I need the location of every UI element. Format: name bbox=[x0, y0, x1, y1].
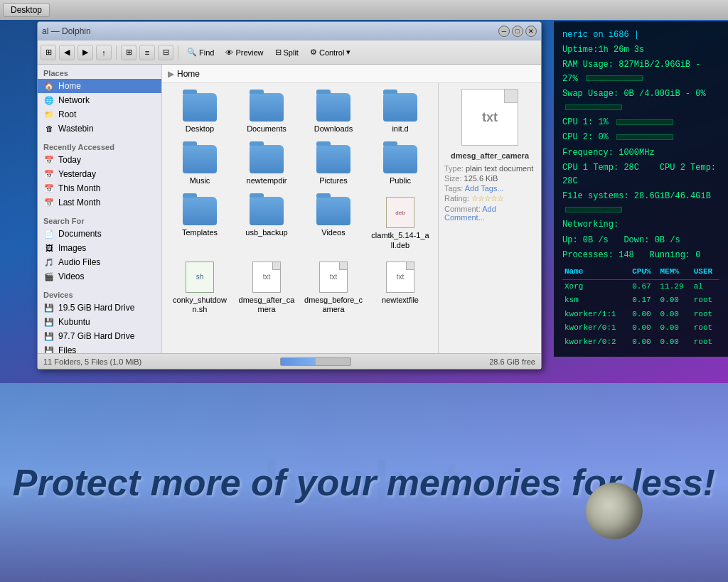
process-user: al bbox=[692, 279, 719, 293]
conky-uptime: Uptime:1h 26m 3s bbox=[562, 43, 719, 57]
hd1-icon: 💾 bbox=[43, 302, 55, 313]
sidebar-item-kubuntu[interactable]: 💾 Kubuntu bbox=[38, 315, 161, 329]
dolphin-window: al — Dolphin ─ □ ✕ ⊞ ◀ ▶ ↑ ⊞ ≡ ⊟ 🔍 Find … bbox=[37, 21, 542, 370]
search-section: Search For 📄 Documents 🖼 Images 🎵 Audio … bbox=[38, 212, 161, 286]
minimize-button[interactable]: ─ bbox=[498, 26, 510, 37]
files-icon: 💾 bbox=[43, 345, 55, 353]
this-month-icon: 📅 bbox=[43, 183, 55, 194]
sidebar-label-this-month: This Month bbox=[58, 183, 100, 193]
file-item-public[interactable]: Public bbox=[368, 141, 432, 190]
statusbar-free: 28.6 GiB free bbox=[489, 357, 535, 366]
file-label-public: Public bbox=[390, 176, 411, 185]
file-item-newtempdir[interactable]: newtempdir bbox=[235, 141, 299, 190]
process-cpu: 0.00 bbox=[630, 321, 658, 335]
col-mem: MEM% bbox=[658, 265, 691, 279]
file-item-videos[interactable]: Videos bbox=[301, 193, 365, 254]
sidebar: Places 🏠 Home 🌐 Network 📁 Root 🗑 Wastebi… bbox=[38, 65, 162, 353]
file-item-conky-shutdown[interactable]: sh conky_shutdown.sh bbox=[168, 257, 232, 318]
process-row: ksm 0.17 0.00 root bbox=[562, 293, 719, 308]
audio-icon: 🎵 bbox=[43, 257, 55, 268]
sidebar-item-documents[interactable]: 📄 Documents bbox=[38, 227, 161, 241]
file-label-desktop: Desktop bbox=[186, 124, 214, 134]
file-item-usb-backup[interactable]: usb_backup bbox=[235, 193, 299, 254]
file-label-music: Music bbox=[190, 176, 210, 185]
split-button[interactable]: ⊟ Split bbox=[271, 46, 303, 58]
preview-type: Type: plain text document bbox=[444, 164, 535, 173]
sidebar-item-today[interactable]: 📅 Today bbox=[38, 153, 161, 167]
documents-icon: 📄 bbox=[43, 228, 55, 239]
sidebar-item-hd2[interactable]: 💾 97.7 GiB Hard Drive bbox=[38, 329, 161, 343]
file-label-conky-shutdown: conky_shutdown.sh bbox=[171, 296, 229, 314]
file-item-desktop[interactable]: Desktop bbox=[168, 89, 232, 138]
main-area: ▶ Home Desktop Documents Dow bbox=[162, 65, 541, 353]
conky-cpu1: CPU 1: 1% bbox=[562, 116, 719, 129]
file-item-music[interactable]: Music bbox=[168, 141, 232, 190]
sidebar-item-wastebin[interactable]: 🗑 Wastebin bbox=[38, 122, 161, 136]
file-item-documents[interactable]: Documents bbox=[235, 89, 299, 138]
forward-button[interactable]: ▶ bbox=[77, 45, 93, 60]
up-button[interactable]: ↑ bbox=[96, 45, 112, 60]
sidebar-item-network[interactable]: 🌐 Network bbox=[38, 93, 161, 107]
toolbar: ⊞ ◀ ▶ ↑ ⊞ ≡ ⊟ 🔍 Find 👁 Preview ⊟ Split ⚙… bbox=[38, 41, 541, 65]
process-cpu: 0.17 bbox=[630, 293, 658, 308]
nav-icon-folder[interactable]: ⊞ bbox=[41, 45, 56, 60]
file-label-downloads: Downloads bbox=[314, 124, 353, 134]
process-mem: 0.00 bbox=[658, 321, 691, 335]
sidebar-item-yesterday[interactable]: 📅 Yesterday bbox=[38, 167, 161, 181]
file-label-pictures: Pictures bbox=[319, 176, 348, 185]
add-tags-link[interactable]: Add Tags... bbox=[465, 184, 504, 193]
cpu1-bar bbox=[616, 119, 673, 125]
txt-icon-dmesg-after: txt bbox=[252, 262, 281, 293]
file-label-usb-backup: usb_backup bbox=[245, 228, 287, 237]
sidebar-item-label-network: Network bbox=[58, 95, 90, 105]
file-item-newtextfile[interactable]: txt newtextfile bbox=[368, 257, 432, 318]
cpu2-bar bbox=[616, 134, 673, 140]
process-name: Xorg bbox=[562, 279, 630, 293]
conky-panel: neric on i686 | Uptime:1h 26m 3s RAM Usa… bbox=[554, 21, 728, 357]
view-list-button[interactable]: ≡ bbox=[139, 45, 155, 60]
find-button[interactable]: 🔍 Find bbox=[183, 46, 218, 58]
sidebar-item-images[interactable]: 🖼 Images bbox=[38, 241, 161, 255]
desktop-button[interactable]: Desktop bbox=[3, 3, 50, 17]
folder-icon-initd bbox=[383, 93, 417, 122]
close-button[interactable]: ✕ bbox=[525, 26, 537, 37]
sidebar-item-home[interactable]: 🏠 Home bbox=[38, 79, 161, 93]
maximize-button[interactable]: □ bbox=[512, 26, 523, 37]
file-item-clamtk[interactable]: deb clamtk_5.14-1_all.deb bbox=[368, 193, 432, 254]
folder-icon-videos bbox=[316, 197, 350, 225]
view-detail-button[interactable]: ⊟ bbox=[158, 45, 173, 60]
process-name: kworker/0:2 bbox=[562, 335, 630, 350]
file-item-templates[interactable]: Templates bbox=[168, 193, 232, 254]
sidebar-item-hd1[interactable]: 💾 19.5 GiB Hard Drive bbox=[38, 301, 161, 315]
file-area: Desktop Documents Downloads init.d bbox=[162, 83, 541, 353]
sidebar-label-kubuntu: Kubuntu bbox=[58, 317, 90, 327]
sidebar-item-root[interactable]: 📁 Root bbox=[38, 107, 161, 122]
preview-button[interactable]: 👁 Preview bbox=[221, 47, 267, 58]
sidebar-item-last-month[interactable]: 📅 Last Month bbox=[38, 195, 161, 210]
file-item-pictures[interactable]: Pictures bbox=[301, 141, 365, 190]
images-icon: 🖼 bbox=[43, 242, 55, 254]
file-item-initd[interactable]: init.d bbox=[368, 89, 432, 138]
sidebar-item-label-home: Home bbox=[58, 81, 81, 91]
file-item-dmesg-before[interactable]: txt dmesg_before_camera bbox=[301, 257, 365, 318]
process-mem: 0.00 bbox=[658, 308, 691, 322]
folder-icon-documents bbox=[250, 93, 284, 122]
file-label-dmesg-before: dmesg_before_camera bbox=[304, 296, 363, 314]
file-item-downloads[interactable]: Downloads bbox=[301, 89, 365, 138]
file-item-dmesg-after[interactable]: txt dmesg_after_camera bbox=[235, 257, 299, 318]
sidebar-item-videos[interactable]: 🎬 Videos bbox=[38, 269, 161, 284]
conky-procs: Processes: 148 Running: 0 bbox=[562, 249, 719, 262]
sidebar-label-today: Today bbox=[58, 155, 81, 165]
sidebar-item-this-month[interactable]: 📅 This Month bbox=[38, 181, 161, 195]
col-name: Name bbox=[562, 265, 630, 279]
breadcrumb-arrow: ▶ bbox=[168, 69, 174, 79]
titlebar: al — Dolphin ─ □ ✕ bbox=[38, 22, 541, 41]
back-button[interactable]: ◀ bbox=[59, 45, 75, 60]
view-icons-button[interactable]: ⊞ bbox=[121, 45, 136, 60]
control-button[interactable]: ⚙ Control ▾ bbox=[306, 46, 355, 58]
sidebar-item-audio[interactable]: 🎵 Audio Files bbox=[38, 255, 161, 269]
preview-tags: Tags: Add Tags... bbox=[444, 184, 535, 193]
sidebar-item-files[interactable]: 💾 Files bbox=[38, 343, 161, 353]
preview-panel: txt dmesg_after_camera Type: plain text … bbox=[438, 83, 541, 353]
breadcrumb: ▶ Home bbox=[162, 65, 541, 83]
